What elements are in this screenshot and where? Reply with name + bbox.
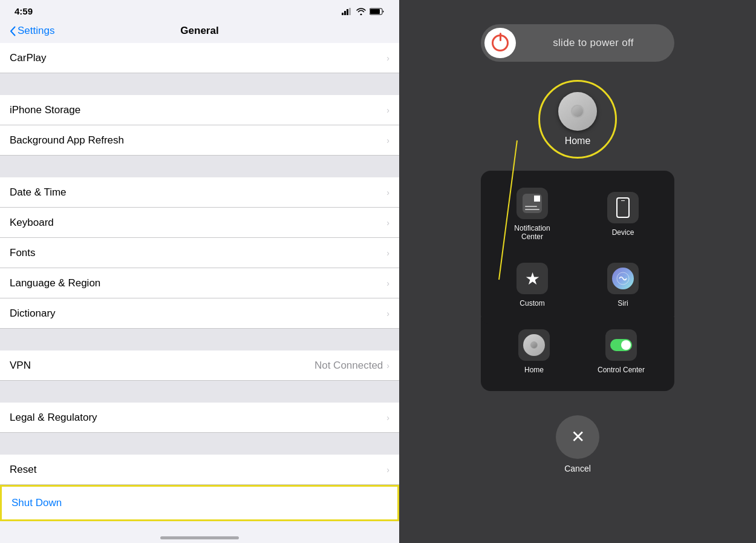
svg-rect-5 <box>370 9 380 14</box>
notification-dot <box>534 196 540 202</box>
vpn-label: VPN <box>10 360 31 372</box>
back-label: Settings <box>18 25 54 37</box>
notification-center-icon <box>523 194 542 213</box>
home-small-label: Home <box>524 366 544 374</box>
signal-icon <box>342 8 353 15</box>
chevron-icon: › <box>386 105 389 115</box>
list-item-vpn[interactable]: VPN Not Connected › <box>0 350 399 381</box>
chevron-icon: › <box>386 218 389 228</box>
svg-rect-1 <box>344 11 346 15</box>
device-icon-box <box>607 192 639 223</box>
keyboard-label: Keyboard <box>10 217 54 229</box>
list-item-shutdown[interactable]: Shut Down <box>0 485 399 521</box>
power-label: slide to power off <box>516 37 671 49</box>
notif-line1 <box>525 209 539 210</box>
grid-item-custom[interactable]: ★ Custom <box>490 255 574 315</box>
notif-line2 <box>525 206 537 207</box>
svg-rect-3 <box>349 8 351 15</box>
power-thumb <box>484 28 516 58</box>
dictionary-label: Dictionary <box>10 308 56 320</box>
grid-item-home-small[interactable]: Home <box>490 322 578 381</box>
chevron-icon: › <box>386 413 389 423</box>
list-item-background-app-refresh[interactable]: Background App Refresh › <box>0 125 399 156</box>
device-icon <box>616 197 630 218</box>
toggle-icon <box>610 339 632 351</box>
home-section: Home NotificationCenter <box>481 80 674 391</box>
siri-swirl-icon <box>616 272 630 285</box>
iphone-storage-label: iPhone Storage <box>10 104 80 116</box>
power-icon <box>492 35 509 51</box>
vpn-value: Not Connected <box>314 360 383 372</box>
grid-item-control-center[interactable]: Control Center <box>578 322 665 381</box>
home-button-dot <box>571 105 584 118</box>
custom-label: Custom <box>520 299 544 308</box>
list-item-keyboard[interactable]: Keyboard › <box>0 208 399 238</box>
power-slider[interactable]: slide to power off <box>481 24 674 62</box>
list-item-iphone-storage[interactable]: iPhone Storage › <box>0 95 399 125</box>
vpn-right: Not Connected › <box>314 360 389 372</box>
cancel-x-icon: ✕ <box>571 429 585 446</box>
shutdown-label: Shut Down <box>11 497 62 509</box>
star-icon: ★ <box>525 269 540 289</box>
svg-rect-2 <box>347 9 348 15</box>
cancel-section: ✕ Cancel <box>556 415 599 473</box>
status-icons <box>342 8 385 15</box>
notification-center-icon-box <box>516 188 548 219</box>
home-indicator <box>160 536 239 539</box>
chevron-icon: › <box>386 309 389 318</box>
page-title: General <box>180 25 218 37</box>
iphone-panel: 4:59 <box>0 0 399 543</box>
section-divider <box>0 433 399 455</box>
chevron-icon: › <box>386 136 389 145</box>
notification-center-label: NotificationCenter <box>514 224 550 241</box>
siri-label: Siri <box>618 299 628 308</box>
section-divider <box>0 329 399 350</box>
section-divider <box>0 73 399 95</box>
custom-icon-box: ★ <box>516 263 548 294</box>
siri-icon-box <box>607 263 639 294</box>
section-divider <box>0 381 399 403</box>
battery-icon <box>370 8 385 15</box>
chevron-icon: › <box>386 361 389 370</box>
assistive-grid: NotificationCenter Device ★ Custom <box>481 171 674 324</box>
fonts-label: Fonts <box>10 247 36 259</box>
nav-bar: Settings General <box>0 20 399 43</box>
home-button-inner <box>558 92 597 131</box>
list-item-language-region[interactable]: Language & Region › <box>0 268 399 298</box>
list-item-fonts[interactable]: Fonts › <box>0 238 399 268</box>
grid-bottom-row: Home Control Center <box>481 317 674 391</box>
list-item-carplay[interactable]: CarPlay › <box>0 43 399 73</box>
device-label: Device <box>612 228 634 237</box>
control-center-label: Control Center <box>598 366 645 374</box>
home-small-icon-box <box>518 329 550 361</box>
list-item-dictionary[interactable]: Dictionary › <box>0 298 399 329</box>
list-item-date-time[interactable]: Date & Time › <box>0 177 399 208</box>
chevron-icon: › <box>386 248 389 258</box>
legal-label: Legal & Regulatory <box>10 412 97 424</box>
chevron-left-icon <box>10 26 16 36</box>
chevron-icon: › <box>386 188 389 197</box>
grid-item-notification-center[interactable]: NotificationCenter <box>490 180 574 248</box>
right-panel: slide to power off Home <box>399 0 756 543</box>
home-small-dot <box>530 341 538 349</box>
home-small-icon <box>523 334 545 356</box>
control-center-icon-box <box>605 329 637 361</box>
svg-rect-0 <box>342 13 344 15</box>
status-bar: 4:59 <box>0 0 399 20</box>
language-region-label: Language & Region <box>10 277 100 289</box>
back-button[interactable]: Settings <box>10 25 54 37</box>
list-item-legal[interactable]: Legal & Regulatory › <box>0 403 399 433</box>
home-button-label: Home <box>565 136 591 146</box>
grid-item-device[interactable]: Device <box>581 180 665 248</box>
date-time-label: Date & Time <box>10 186 67 199</box>
carplay-label: CarPlay <box>10 52 46 64</box>
list-item-reset[interactable]: Reset › <box>0 455 399 485</box>
section-divider <box>0 156 399 177</box>
chevron-icon: › <box>386 278 389 288</box>
chevron-icon: › <box>386 53 389 63</box>
grid-item-siri[interactable]: Siri <box>581 255 665 315</box>
background-app-refresh-label: Background App Refresh <box>10 134 124 146</box>
cancel-button[interactable]: ✕ <box>556 415 599 459</box>
home-button-large[interactable]: Home <box>538 80 617 159</box>
siri-icon <box>612 268 634 289</box>
